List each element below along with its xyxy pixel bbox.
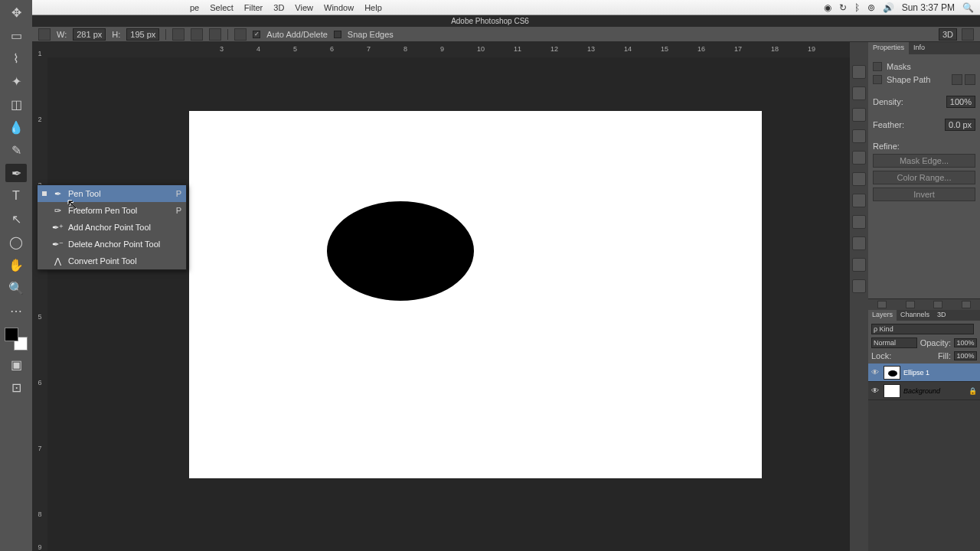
- align-btn-1[interactable]: [172, 28, 185, 41]
- layer-background[interactable]: 👁 Background 🔒: [868, 382, 980, 400]
- workspace[interactable]: [47, 57, 850, 551]
- brush-tool[interactable]: ✎: [5, 141, 27, 159]
- auto-add-delete-checkbox[interactable]: [253, 31, 260, 38]
- width-field[interactable]: 281 px: [73, 28, 106, 41]
- ruler-tick: 1: [32, 50, 47, 57]
- tab-channels[interactable]: Channels: [897, 310, 933, 321]
- layer-thumbnail[interactable]: [884, 366, 900, 380]
- mask-edge-button[interactable]: Mask Edge...: [873, 154, 975, 168]
- sync-icon[interactable]: ↻: [839, 2, 847, 13]
- mask-icon[interactable]: [873, 62, 882, 71]
- move-tool[interactable]: ✥: [5, 3, 27, 21]
- edit-toolbar[interactable]: ⋯: [5, 302, 27, 320]
- ruler-tick: 9: [32, 543, 47, 551]
- shape-path-icon[interactable]: [873, 75, 882, 84]
- panel-icon[interactable]: [962, 301, 971, 308]
- wifi-icon[interactable]: ⊚: [867, 2, 875, 13]
- brush-icon[interactable]: [852, 129, 866, 143]
- paragraph-icon[interactable]: [852, 172, 866, 186]
- shape-tool[interactable]: ◯: [5, 233, 27, 251]
- swatches-icon[interactable]: [852, 108, 866, 122]
- wand-tool[interactable]: ✦: [5, 72, 27, 90]
- styles-icon[interactable]: [852, 194, 866, 207]
- color-icon[interactable]: [852, 86, 866, 100]
- layer-filter-kind[interactable]: ρ Kind: [871, 324, 974, 334]
- align-btn-2[interactable]: [191, 28, 203, 41]
- color-range-button[interactable]: Color Range...: [873, 171, 975, 184]
- flyout-delete-anchor-tool[interactable]: ✒⁻ Delete Anchor Point Tool: [38, 236, 186, 253]
- layer-thumbnail[interactable]: [884, 384, 900, 398]
- layer-ellipse[interactable]: 👁 Ellipse 1: [868, 364, 980, 382]
- actions-icon[interactable]: [852, 215, 866, 229]
- visibility-icon[interactable]: 👁: [871, 386, 880, 395]
- panel-icon[interactable]: [933, 301, 942, 308]
- tab-3d[interactable]: 3D: [933, 310, 950, 321]
- type-tool[interactable]: T: [5, 187, 27, 205]
- screenmode-tool[interactable]: ⊡: [5, 378, 27, 396]
- timeline-icon[interactable]: [852, 279, 866, 293]
- layer-name[interactable]: Background: [903, 387, 940, 395]
- comments-icon[interactable]: [852, 258, 866, 272]
- height-field[interactable]: 195 px: [126, 28, 159, 41]
- ruler-horizontal[interactable]: 3 4 5 6 7 8 9 10 11 12 13 14 15 16 17 18…: [47, 42, 868, 57]
- blend-mode-select[interactable]: Normal: [871, 337, 917, 348]
- lasso-tool[interactable]: ⌇: [5, 49, 27, 67]
- flyout-add-anchor-tool[interactable]: ✒⁺ Add Anchor Point Tool: [38, 219, 186, 236]
- fill-value[interactable]: 100%: [954, 351, 977, 360]
- layer-name[interactable]: Ellipse 1: [903, 369, 929, 377]
- color-swatches[interactable]: [5, 328, 28, 350]
- pen-tool[interactable]: ✒: [5, 164, 27, 182]
- density-value[interactable]: 100%: [946, 96, 975, 108]
- tab-layers[interactable]: Layers: [868, 310, 897, 321]
- menu-filter[interactable]: Filter: [244, 3, 263, 12]
- status-icon[interactable]: ◉: [824, 2, 831, 13]
- panel-menu-icon[interactable]: [962, 28, 974, 41]
- tab-properties[interactable]: Properties: [868, 42, 909, 54]
- menu-view[interactable]: View: [295, 3, 313, 12]
- shape-dropdown[interactable]: [38, 28, 51, 41]
- mask-btn-2[interactable]: [965, 74, 975, 85]
- feather-label: Feather:: [873, 120, 904, 129]
- mask-btn-1[interactable]: [952, 74, 962, 85]
- gear-icon[interactable]: [234, 28, 247, 41]
- panel-icon[interactable]: [877, 301, 887, 308]
- menu-window[interactable]: Window: [324, 3, 354, 12]
- freeform-pen-icon: ✑: [51, 206, 64, 216]
- hand-tool[interactable]: ✋: [5, 256, 27, 274]
- history-icon[interactable]: [852, 65, 866, 79]
- marquee-tool[interactable]: ▭: [5, 26, 27, 44]
- zoom-tool[interactable]: 🔍: [5, 279, 27, 297]
- align-btn-3[interactable]: [209, 28, 221, 41]
- ellipse-shape[interactable]: [327, 201, 474, 301]
- feather-value[interactable]: 0.0 px: [945, 119, 975, 131]
- ruler-tick: 18: [771, 45, 779, 53]
- ruler-tick: 5: [293, 45, 297, 53]
- foreground-color[interactable]: [5, 328, 18, 341]
- canvas[interactable]: [189, 111, 762, 478]
- menu-3d[interactable]: 3D: [273, 3, 284, 12]
- clock[interactable]: Sun 3:37 PM: [902, 2, 955, 13]
- menu-help[interactable]: Help: [364, 3, 382, 12]
- flyout-freeform-pen-tool[interactable]: ✑ Freeform Pen Tool P: [38, 202, 186, 219]
- opacity-value[interactable]: 100%: [954, 338, 977, 347]
- ruler-vertical[interactable]: 1 2 3 4 5 6 7 8 9: [32, 42, 47, 551]
- tab-info[interactable]: Info: [909, 42, 929, 54]
- spotlight-icon[interactable]: 🔍: [962, 2, 974, 13]
- eyedropper-tool[interactable]: 💧: [5, 118, 27, 136]
- bluetooth-icon[interactable]: ᛒ: [854, 2, 860, 13]
- path-select-tool[interactable]: ↖: [5, 210, 27, 228]
- menu-select[interactable]: Select: [210, 3, 234, 12]
- separator: [227, 29, 228, 40]
- flyout-convert-point-tool[interactable]: ⋀ Convert Point Tool: [38, 253, 186, 269]
- crop-tool[interactable]: ◫: [5, 95, 27, 113]
- visibility-icon[interactable]: 👁: [871, 368, 880, 377]
- volume-icon[interactable]: 🔊: [883, 2, 894, 13]
- invert-button[interactable]: Invert: [873, 187, 975, 201]
- workspace-3d[interactable]: 3D: [939, 28, 957, 41]
- snap-edges-checkbox[interactable]: [334, 31, 341, 38]
- panel-icon[interactable]: [906, 301, 915, 308]
- flyout-pen-tool[interactable]: ✒ Pen Tool P: [38, 185, 186, 202]
- quickmask-tool[interactable]: ▣: [5, 355, 27, 373]
- play-icon[interactable]: [852, 236, 866, 250]
- character-icon[interactable]: [852, 151, 866, 165]
